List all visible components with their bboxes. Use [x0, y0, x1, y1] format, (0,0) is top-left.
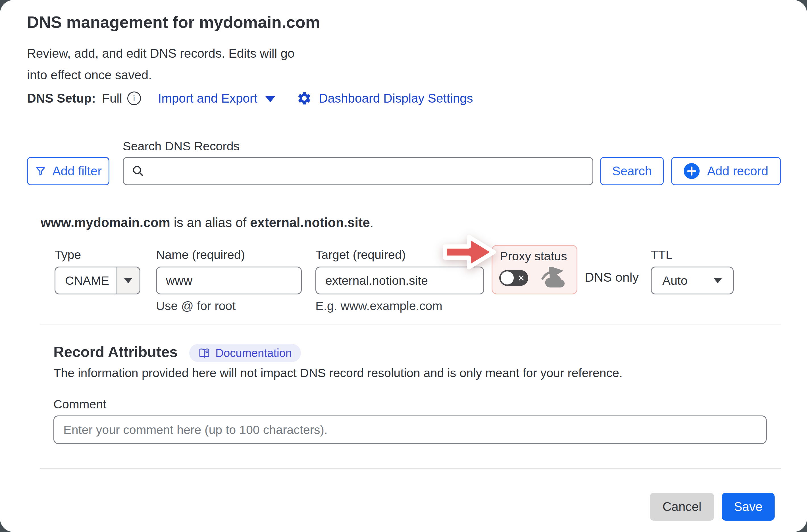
ttl-select-value: Auto: [662, 274, 687, 288]
info-icon[interactable]: i: [127, 92, 141, 105]
record-attributes-description: The information provided here will not i…: [53, 366, 622, 380]
documentation-label: Documentation: [215, 347, 292, 360]
dashboard-display-settings-label: Dashboard Display Settings: [319, 91, 473, 106]
proxy-status-controls: [499, 267, 566, 289]
comment-field[interactable]: [53, 416, 767, 444]
import-and-export-link[interactable]: Import and Export: [158, 91, 275, 106]
cancel-button[interactable]: Cancel: [650, 493, 714, 520]
search-icon: [132, 165, 145, 178]
toggle-off-x-icon: [517, 274, 525, 282]
search-input[interactable]: [150, 164, 584, 178]
alias-summary: www.mydomain.com is an alias of external…: [41, 215, 374, 230]
footer-divider: [40, 468, 781, 469]
ttl-select[interactable]: Auto: [651, 267, 734, 294]
dashboard-display-settings-link[interactable]: Dashboard Display Settings: [297, 91, 473, 106]
proxy-toggle-knob: [501, 271, 514, 284]
add-record-label: Add record: [707, 164, 768, 178]
page-subtitle-line-1: Review, add, and edit DNS records. Edits…: [27, 43, 295, 64]
name-label: Name (required): [156, 248, 245, 262]
page-title-prefix: DNS management for: [27, 13, 199, 31]
dns-setup-label: DNS Setup:: [27, 91, 96, 106]
search-button-label: Search: [612, 164, 652, 178]
page-subtitle-line-2: into effect once saved.: [27, 64, 295, 86]
ttl-label: TTL: [651, 248, 672, 262]
record-attributes-heading: Record Attributes: [53, 343, 178, 360]
comment-label: Comment: [53, 397, 106, 411]
proxy-status-text: DNS only: [585, 270, 639, 285]
add-filter-label: Add filter: [52, 164, 102, 178]
add-record-button[interactable]: Add record: [671, 157, 781, 185]
documentation-link[interactable]: Documentation: [189, 344, 301, 362]
annotation-arrow-icon: [438, 231, 500, 273]
import-and-export-label: Import and Export: [158, 91, 257, 106]
page-subtitle: Review, add, and edit DNS records. Edits…: [27, 43, 295, 86]
gear-icon: [297, 91, 312, 106]
section-divider: [40, 325, 781, 325]
search-input-container: [123, 157, 593, 185]
alias-period: .: [370, 215, 374, 230]
dns-setup-value: Full: [102, 91, 122, 106]
type-select-arrow: [116, 267, 139, 293]
plus-circle-icon: [684, 163, 699, 179]
caret-down-icon: [124, 278, 132, 283]
page-title-domain: mydomain.com: [199, 13, 320, 31]
name-hint: Use @ for root: [156, 299, 235, 313]
cloud-dns-only-icon: [539, 267, 566, 289]
search-button[interactable]: Search: [600, 157, 664, 185]
proxy-status-label: Proxy status: [500, 249, 567, 263]
add-filter-button[interactable]: Add filter: [27, 157, 110, 185]
alias-middle-text: is an alias of: [170, 215, 250, 230]
filter-icon: [35, 165, 46, 177]
name-field[interactable]: [156, 267, 302, 294]
target-label: Target (required): [315, 248, 406, 262]
target-hint: E.g. www.example.com: [315, 299, 442, 313]
book-icon: [198, 347, 210, 359]
caret-down-icon: [713, 278, 722, 283]
alias-source: www.mydomain.com: [41, 215, 170, 230]
dns-management-panel: DNS management for mydomain.com Review, …: [0, 0, 807, 532]
dns-setup-row: DNS Setup: Full i Import and Export Dash…: [27, 89, 473, 108]
type-label: Type: [55, 248, 81, 262]
proxy-toggle[interactable]: [499, 270, 528, 286]
type-select[interactable]: CNAME: [55, 267, 140, 294]
alias-destination: external.notion.site: [250, 215, 370, 230]
proxy-status-highlight-box: Proxy status: [492, 245, 577, 294]
save-button[interactable]: Save: [722, 493, 775, 520]
page-title: DNS management for mydomain.com: [27, 13, 320, 32]
type-select-value: CNAME: [55, 267, 116, 293]
search-dns-records-label: Search DNS Records: [123, 139, 239, 153]
chevron-down-icon: [265, 96, 275, 102]
